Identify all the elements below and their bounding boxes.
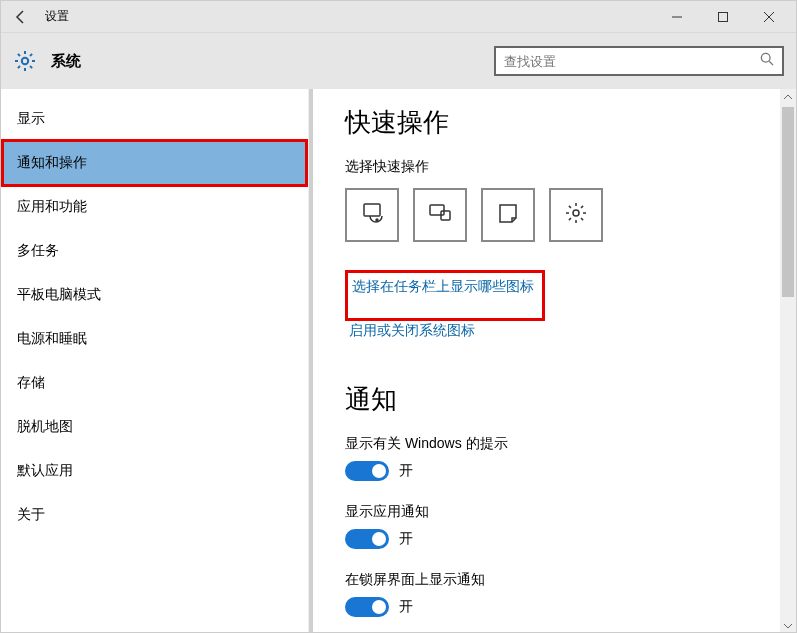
svg-line-12 <box>30 54 32 56</box>
svg-line-26 <box>569 218 571 220</box>
toggle-row-windows-tips: 显示有关 Windows 的提示 开 <box>345 435 765 481</box>
svg-line-27 <box>581 206 583 208</box>
svg-rect-1 <box>719 12 728 21</box>
search-input[interactable] <box>504 54 760 69</box>
sidebar-item-about[interactable]: 关于 <box>1 493 308 537</box>
svg-rect-15 <box>364 204 380 216</box>
annotation-highlight-link: 选择在任务栏上显示哪些图标 <box>345 270 545 321</box>
minimize-button[interactable] <box>654 1 700 33</box>
sidebar-item-label: 存储 <box>17 374 45 392</box>
toggle-label: 在锁屏界面上显示通知 <box>345 571 765 589</box>
sidebar-item-label: 平板电脑模式 <box>17 286 101 304</box>
toggle-label: 显示应用通知 <box>345 503 765 521</box>
note-icon <box>496 201 520 229</box>
sidebar-item-label: 关于 <box>17 506 45 524</box>
svg-point-19 <box>573 210 579 216</box>
sidebar-item-label: 通知和操作 <box>17 154 87 172</box>
sidebar-item-label: 应用和功能 <box>17 198 87 216</box>
gear-small-icon <box>564 201 588 229</box>
link-taskbar-icons[interactable]: 选择在任务栏上显示哪些图标 <box>352 278 534 296</box>
svg-line-11 <box>18 66 20 68</box>
toggle-switch[interactable] <box>345 597 389 617</box>
sidebar-item-label: 多任务 <box>17 242 59 260</box>
scroll-down-arrow-icon[interactable] <box>780 618 796 633</box>
scroll-up-arrow-icon[interactable] <box>780 89 796 105</box>
sidebar-item-maps[interactable]: 脱机地图 <box>1 405 308 449</box>
svg-rect-17 <box>430 205 444 215</box>
sidebar-item-apps[interactable]: 应用和功能 <box>1 185 308 229</box>
svg-point-4 <box>22 58 28 64</box>
toggle-label: 显示有关 Windows 的提示 <box>345 435 765 453</box>
toggle-row-lockscreen-notifications: 在锁屏界面上显示通知 开 <box>345 571 765 617</box>
toggle-row-app-notifications: 显示应用通知 开 <box>345 503 765 549</box>
sidebar-item-label: 显示 <box>17 110 45 128</box>
search-box[interactable] <box>494 46 784 76</box>
back-button[interactable] <box>5 9 37 25</box>
sidebar-item-storage[interactable]: 存储 <box>1 361 308 405</box>
quick-actions-subheading: 选择快速操作 <box>345 158 765 176</box>
sidebar: 显示 通知和操作 应用和功能 多任务 平板电脑模式 电源和睡眠 存储 脱机地图 … <box>1 89 309 633</box>
maximize-button[interactable] <box>700 1 746 33</box>
svg-point-16 <box>376 219 378 221</box>
sidebar-item-multitask[interactable]: 多任务 <box>1 229 308 273</box>
quick-tile-tablet-mode[interactable] <box>345 188 399 242</box>
toggle-state: 开 <box>399 598 413 616</box>
titlebar: 设置 <box>1 1 796 33</box>
quick-tile-settings[interactable] <box>549 188 603 242</box>
page-title: 系统 <box>51 52 81 71</box>
search-icon <box>760 52 774 70</box>
window-title: 设置 <box>37 8 69 25</box>
tablet-icon <box>360 201 384 229</box>
quick-action-tiles <box>345 188 765 242</box>
quick-actions-heading: 快速操作 <box>345 105 765 140</box>
sidebar-item-tablet[interactable]: 平板电脑模式 <box>1 273 308 317</box>
sidebar-item-display[interactable]: 显示 <box>1 97 308 141</box>
svg-line-24 <box>569 206 571 208</box>
sidebar-item-label: 电源和睡眠 <box>17 330 87 348</box>
scroll-thumb[interactable] <box>782 107 794 297</box>
link-system-icons[interactable]: 启用或关闭系统图标 <box>349 322 475 340</box>
toggle-switch[interactable] <box>345 529 389 549</box>
svg-line-10 <box>30 66 32 68</box>
close-button[interactable] <box>746 1 792 33</box>
gear-icon <box>13 49 37 73</box>
header: 系统 <box>1 33 796 89</box>
content-pane: 快速操作 选择快速操作 选择在任务栏上显示哪些图标 启 <box>309 89 796 633</box>
svg-line-9 <box>18 54 20 56</box>
quick-tile-note[interactable] <box>481 188 535 242</box>
notifications-heading: 通知 <box>345 382 765 417</box>
svg-line-25 <box>581 218 583 220</box>
content-left-edge <box>309 89 313 633</box>
quick-tile-connect[interactable] <box>413 188 467 242</box>
sidebar-item-default-apps[interactable]: 默认应用 <box>1 449 308 493</box>
toggle-state: 开 <box>399 530 413 548</box>
window-controls <box>654 1 792 33</box>
svg-line-14 <box>769 61 773 65</box>
sidebar-item-notifications[interactable]: 通知和操作 <box>1 141 308 185</box>
scrollbar[interactable] <box>780 89 796 633</box>
sidebar-item-power[interactable]: 电源和睡眠 <box>1 317 308 361</box>
toggle-state: 开 <box>399 462 413 480</box>
sidebar-item-label: 默认应用 <box>17 462 73 480</box>
connect-icon <box>428 201 452 229</box>
svg-point-13 <box>761 53 770 62</box>
toggle-switch[interactable] <box>345 461 389 481</box>
sidebar-item-label: 脱机地图 <box>17 418 73 436</box>
